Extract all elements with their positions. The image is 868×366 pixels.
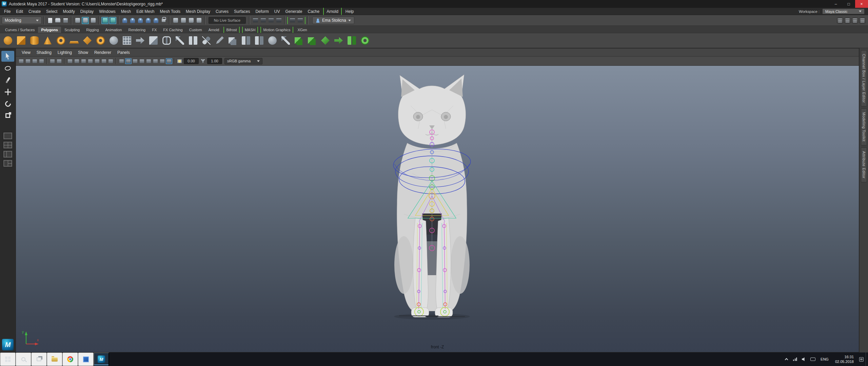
task-view-button[interactable]: [31, 352, 47, 366]
panel-menu-shading[interactable]: Shading: [34, 50, 55, 55]
output-connections-icon[interactable]: [180, 17, 187, 24]
menu-create[interactable]: Create: [26, 8, 43, 15]
ipr-render-icon[interactable]: [268, 17, 275, 24]
shelf-tab-rigging[interactable]: Rigging: [83, 27, 102, 33]
safe-title-icon[interactable]: [107, 58, 114, 64]
separate-icon[interactable]: [240, 35, 252, 46]
poly-platonic-icon[interactable]: [81, 35, 93, 46]
arnold-render-icon[interactable]: [289, 17, 296, 24]
shelf-tab-motion-graphics[interactable]: Motion Graphics: [260, 27, 293, 33]
hidden-icons-button[interactable]: [782, 352, 791, 366]
grid-icon[interactable]: [67, 58, 73, 64]
menu-display[interactable]: Display: [78, 8, 96, 15]
snap-to-projected-center-icon[interactable]: [144, 17, 152, 24]
shelf-tab-mash[interactable]: MASH: [242, 27, 258, 33]
language-indicator[interactable]: ENG: [817, 352, 832, 366]
shelf-tab-arnold[interactable]: Arnold: [205, 27, 222, 33]
make-object-live-icon[interactable]: [160, 17, 167, 24]
rotate-tool[interactable]: [1, 98, 14, 109]
boolean-difference-icon[interactable]: [306, 35, 318, 46]
new-scene-icon[interactable]: [46, 17, 54, 24]
tab-attribute-editor[interactable]: Attribute Editor: [861, 147, 867, 182]
lasso-tool[interactable]: [1, 63, 14, 74]
arnold-ipr-icon[interactable]: [297, 17, 304, 24]
snap-to-view-planes-icon[interactable]: [152, 17, 159, 24]
flip-icon[interactable]: [346, 35, 358, 46]
poly-plane-icon[interactable]: [68, 35, 80, 46]
poly-cube-icon[interactable]: [15, 35, 27, 46]
connect-icon[interactable]: [187, 35, 199, 46]
touch-keyboard-icon[interactable]: [808, 352, 817, 366]
add-divisions-icon[interactable]: [121, 35, 133, 46]
close-button[interactable]: ×: [855, 0, 868, 8]
shelf-tab-custom[interactable]: Custom: [186, 27, 205, 33]
show-desktop-button[interactable]: [866, 352, 868, 366]
network-icon[interactable]: [791, 352, 800, 366]
safe-action-icon[interactable]: [101, 58, 107, 64]
menu-select[interactable]: Select: [43, 8, 60, 15]
two-d-pan-zoom-icon[interactable]: [49, 58, 56, 64]
poly-sphere-icon[interactable]: [2, 35, 14, 46]
search-button[interactable]: [16, 352, 31, 366]
menu-file[interactable]: File: [1, 8, 13, 15]
lock-camera-icon[interactable]: [18, 58, 24, 64]
scale-tool[interactable]: [1, 110, 14, 121]
shelf-tab-xgen[interactable]: XGen: [295, 27, 310, 33]
ssao-icon[interactable]: [152, 58, 159, 64]
toggle-channel-box-icon[interactable]: [837, 18, 843, 23]
menu-help[interactable]: Help: [343, 8, 357, 15]
render-current-frame-icon[interactable]: [260, 17, 267, 24]
multi-cut-icon[interactable]: [174, 35, 186, 46]
menu-arnold[interactable]: Arnold: [323, 8, 342, 15]
menu-surfaces[interactable]: Surfaces: [231, 8, 253, 15]
cat-model[interactable]: [387, 72, 477, 322]
shelf-tab-sculpting[interactable]: Sculpting: [61, 27, 83, 33]
toggle-attribute-editor-icon[interactable]: [844, 18, 851, 23]
shadows-icon[interactable]: [145, 58, 152, 64]
symmetry-icon[interactable]: [195, 17, 202, 24]
exposure-field[interactable]: [184, 58, 199, 64]
maya-taskbar-button[interactable]: M: [94, 352, 109, 366]
mask-components-icon[interactable]: [109, 17, 116, 24]
paint-select-tool[interactable]: [1, 75, 14, 85]
minimize-button[interactable]: –: [829, 0, 842, 8]
open-render-view-icon[interactable]: [252, 17, 259, 24]
shelf-tab-animation[interactable]: Animation: [102, 27, 125, 33]
menu-windows[interactable]: Windows: [96, 8, 118, 15]
viewport-canvas[interactable]: y x front -Z: [16, 66, 859, 352]
move-tool[interactable]: [1, 86, 14, 97]
textured-icon[interactable]: [132, 58, 138, 64]
menu-modify[interactable]: Modify: [60, 8, 77, 15]
symmetrize-icon[interactable]: [359, 35, 371, 46]
start-button[interactable]: [0, 352, 16, 366]
live-surface-field[interactable]: No Live Surface: [209, 17, 246, 24]
quad-draw-icon[interactable]: [214, 35, 225, 46]
menu-generate[interactable]: Generate: [282, 8, 305, 15]
menu-mesh-tools[interactable]: Mesh Tools: [157, 8, 183, 15]
field-chart-icon[interactable]: [94, 58, 100, 64]
snap-to-curves-icon[interactable]: [129, 17, 136, 24]
gate-mask-icon[interactable]: [87, 58, 94, 64]
bridge-icon[interactable]: [161, 35, 173, 46]
layout-four-pane[interactable]: [3, 141, 13, 149]
shelf-tab-fx-caching[interactable]: FX Caching: [160, 27, 185, 33]
target-weld-icon[interactable]: [200, 35, 212, 46]
tab-channel-box-layer-editor[interactable]: Channel Box / Layer Editor: [861, 50, 867, 106]
menu-uv[interactable]: UV: [272, 8, 283, 15]
panel-menu-view[interactable]: View: [19, 50, 34, 55]
menu-mesh[interactable]: Mesh: [118, 8, 134, 15]
menu-cache[interactable]: Cache: [305, 8, 322, 15]
shelf-tab-polygons[interactable]: Polygons: [38, 27, 61, 33]
snap-to-points-icon[interactable]: [137, 17, 144, 24]
bookmarks-icon[interactable]: [32, 58, 38, 64]
grease-pencil-icon[interactable]: [56, 58, 62, 64]
toggle-tool-settings-icon[interactable]: [852, 18, 858, 23]
mirror-icon[interactable]: [253, 35, 265, 46]
photos-app-button[interactable]: [78, 352, 94, 366]
smooth-icon[interactable]: [108, 35, 120, 46]
shelf-tab-bifrost[interactable]: Bifrost: [223, 27, 239, 33]
chrome-button[interactable]: [62, 352, 78, 366]
gamma-field[interactable]: [207, 58, 222, 64]
motion-blur-icon[interactable]: [159, 58, 165, 64]
boolean-union-icon[interactable]: [293, 35, 305, 46]
